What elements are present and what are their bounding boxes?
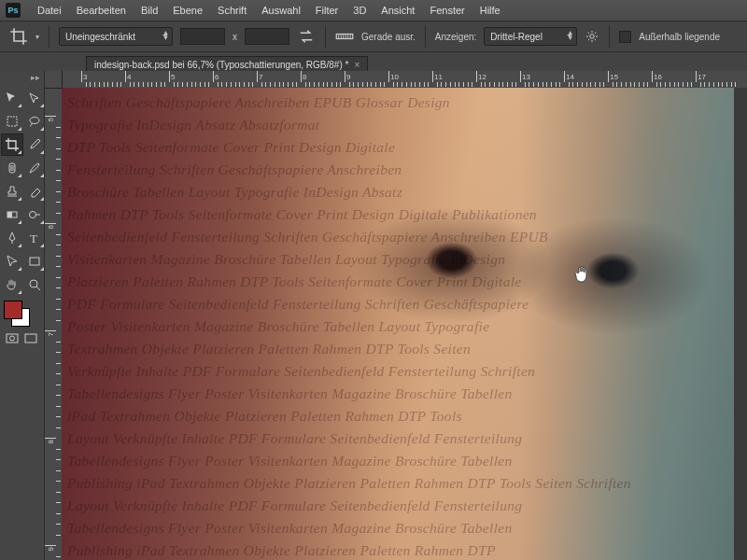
vertical-ruler[interactable]: 56789 bbox=[45, 88, 62, 560]
svg-point-10 bbox=[30, 280, 37, 287]
svg-rect-9 bbox=[30, 258, 39, 265]
svg-point-7 bbox=[30, 212, 36, 218]
separator bbox=[425, 25, 426, 48]
ratio-dropdown[interactable]: Uneingeschränkt ▲▼ bbox=[59, 27, 173, 46]
hand-cursor-icon bbox=[573, 263, 592, 287]
menu-schrift[interactable]: Schrift bbox=[210, 2, 254, 19]
view-value: Drittel-Regel bbox=[490, 32, 543, 42]
separator bbox=[325, 25, 326, 48]
ratio-value: Uneingeschränkt bbox=[65, 32, 135, 42]
crop-tool[interactable] bbox=[1, 133, 23, 156]
delete-outside-label: Außerhalb liegende bbox=[639, 32, 720, 42]
horizontal-ruler[interactable]: 34567891011121314151617 bbox=[62, 71, 747, 88]
path-select-tool[interactable] bbox=[1, 250, 23, 273]
ruler-origin[interactable] bbox=[45, 71, 63, 89]
svg-point-12 bbox=[10, 336, 15, 341]
shape-tool[interactable] bbox=[23, 250, 45, 273]
hand-tool[interactable] bbox=[1, 273, 23, 296]
lasso-tool[interactable] bbox=[23, 110, 45, 133]
view-label: Anzeigen: bbox=[435, 32, 476, 42]
crop-tool-indicator-icon[interactable] bbox=[9, 27, 28, 46]
gear-icon[interactable] bbox=[585, 29, 599, 44]
move-tool[interactable] bbox=[1, 87, 23, 109]
menu-bar: Ps Datei Bearbeiten Bild Ebene Schrift A… bbox=[0, 0, 747, 21]
quickmask-icon[interactable] bbox=[4, 331, 21, 346]
eraser-tool[interactable] bbox=[23, 180, 45, 203]
document-canvas[interactable]: Schriften Geschäftspapiere Anschreiben E… bbox=[62, 88, 747, 560]
svg-point-3 bbox=[30, 118, 39, 124]
separator bbox=[49, 25, 49, 48]
tools-panel: ▸▸ T bbox=[0, 71, 45, 560]
svg-text:T: T bbox=[30, 231, 37, 245]
separator bbox=[609, 25, 610, 48]
brush-tool[interactable] bbox=[23, 157, 45, 179]
straighten-icon[interactable] bbox=[335, 27, 354, 46]
menu-fenster[interactable]: Fenster bbox=[422, 2, 472, 19]
text-overlay: Schriften Geschäftspapiere Anschreiben E… bbox=[62, 88, 745, 560]
document-tab-title: indesign-back.psd bei 66,7% (Typoschatti… bbox=[94, 60, 348, 70]
height-input[interactable] bbox=[245, 28, 289, 45]
pen-tool[interactable] bbox=[1, 227, 23, 249]
delete-outside-checkbox[interactable] bbox=[619, 31, 631, 43]
close-icon[interactable]: × bbox=[354, 60, 359, 70]
menu-bearbeiten[interactable]: Bearbeiten bbox=[69, 2, 134, 19]
type-tool[interactable]: T bbox=[23, 227, 45, 249]
view-dropdown[interactable]: Drittel-Regel ▲▼ bbox=[484, 27, 577, 46]
width-input[interactable] bbox=[180, 28, 225, 45]
foreground-swatch[interactable] bbox=[4, 301, 22, 319]
collapse-icon[interactable]: ▸▸ bbox=[0, 71, 44, 84]
artboard-tool[interactable] bbox=[23, 87, 45, 109]
gradient-tool[interactable] bbox=[1, 203, 23, 226]
canvas-area: 34567891011121314151617 56789 Schriften … bbox=[45, 71, 747, 560]
svg-rect-13 bbox=[25, 334, 36, 343]
options-bar: ▾ Uneingeschränkt ▲▼ x Gerade ausr. Anze… bbox=[0, 21, 747, 52]
menu-filter[interactable]: Filter bbox=[308, 2, 345, 19]
menu-ansicht[interactable]: Ansicht bbox=[374, 2, 422, 19]
svg-rect-6 bbox=[7, 212, 12, 217]
eyedropper-tool[interactable] bbox=[23, 133, 45, 156]
canvas-image: Schriften Geschäftspapiere Anschreiben E… bbox=[62, 88, 734, 560]
menu-datei[interactable]: Datei bbox=[30, 2, 69, 19]
zoom-tool[interactable] bbox=[23, 273, 45, 296]
swap-icon[interactable] bbox=[297, 27, 316, 46]
chevron-down-icon[interactable]: ▾ bbox=[35, 33, 39, 41]
menu-auswahl[interactable]: Auswahl bbox=[254, 2, 308, 19]
menu-ebene[interactable]: Ebene bbox=[165, 2, 210, 19]
menu-3d[interactable]: 3D bbox=[345, 2, 374, 19]
menu-hilfe[interactable]: Hilfe bbox=[472, 2, 508, 19]
marquee-tool[interactable] bbox=[1, 110, 23, 133]
color-swatches bbox=[0, 296, 44, 331]
x-separator: x bbox=[233, 32, 237, 42]
screenmode-icon[interactable] bbox=[22, 331, 39, 346]
app-logo: Ps bbox=[6, 3, 21, 18]
svg-rect-11 bbox=[7, 334, 18, 343]
dodge-tool[interactable] bbox=[23, 203, 45, 226]
straighten-label[interactable]: Gerade ausr. bbox=[361, 32, 416, 42]
workspace: ▸▸ T bbox=[0, 71, 747, 560]
menu-bild[interactable]: Bild bbox=[134, 2, 165, 19]
healing-tool[interactable] bbox=[1, 157, 23, 179]
svg-rect-2 bbox=[7, 117, 17, 126]
svg-point-1 bbox=[590, 35, 594, 38]
stamp-tool[interactable] bbox=[1, 180, 23, 203]
